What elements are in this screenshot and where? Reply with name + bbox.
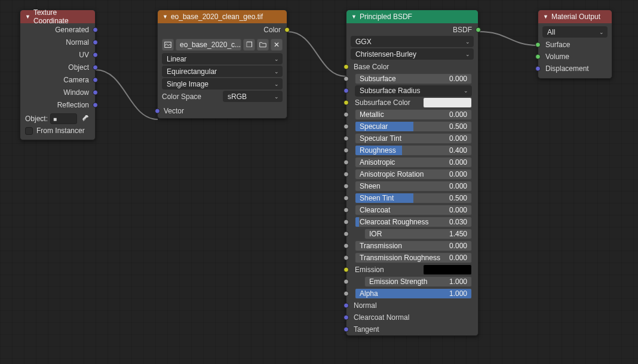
ior-slider[interactable]: IOR1.450: [364, 229, 472, 239]
socket-in-sheen-tint: [343, 196, 349, 201]
node-texture-coordinate: ▼ Texture Coordinate GeneratedNormalUVOb…: [20, 10, 96, 140]
input-subsurface-color: Subsurface Color: [346, 97, 478, 109]
socket-in-vector: [155, 109, 160, 114]
input-clearcoat-normal: Clearcoat Normal: [346, 311, 478, 323]
interpolation-dropdown[interactable]: Linear⌄: [162, 53, 283, 64]
socket-in-emission: [343, 267, 349, 273]
emission-swatch[interactable]: [423, 264, 472, 275]
image-datablock-icon[interactable]: [162, 39, 174, 51]
anisotropic-slider[interactable]: Anisotropic0.000: [355, 157, 472, 168]
collapse-icon[interactable]: ▼: [162, 14, 168, 20]
socket-in-clearcoat-normal: [343, 315, 349, 320]
subsurface-color-swatch[interactable]: [423, 97, 472, 108]
eyedropper-icon[interactable]: [79, 113, 90, 124]
output-color: Color: [158, 23, 287, 36]
node-title: Texture Coordinate: [33, 8, 90, 25]
socket-in-clearcoat-roughness: [343, 220, 349, 225]
collapse-icon[interactable]: ▼: [25, 14, 30, 20]
socket-in-tangent: [343, 327, 349, 332]
unlink-icon[interactable]: ✕: [271, 39, 283, 51]
output-generated: Generated: [20, 23, 95, 36]
target-dropdown[interactable]: All⌄: [542, 26, 608, 38]
socket-in-ior: [343, 232, 349, 237]
output-normal: Normal: [20, 36, 95, 48]
socket-in-base-color: [343, 64, 349, 70]
users-icon[interactable]: ❐: [243, 39, 255, 51]
input-roughness: Roughness0.400: [346, 144, 478, 156]
socket-in-metallic: [343, 112, 349, 118]
node-material-output: ▼ Material Output All⌄ SurfaceVolumeDisp…: [538, 10, 612, 79]
subsurface-radius-dropdown[interactable]: Subsurface Radius⌄: [355, 85, 472, 97]
socket-in-subsurface-color: [343, 100, 349, 106]
socket-in-sheen: [343, 184, 349, 189]
link-object-to-vector: [96, 70, 158, 119]
node-title: Principled BSDF: [360, 13, 412, 21]
socket-out-normal: [93, 39, 98, 45]
roughness-slider[interactable]: Roughness0.400: [355, 145, 472, 156]
input-tangent: Tangent: [346, 323, 478, 335]
socket-in-transmission: [343, 243, 349, 249]
socket-in-subsurface-radius: [343, 88, 349, 94]
socket-out-object: [93, 64, 98, 70]
node-title: Material Output: [551, 13, 600, 21]
transmission-roughness-slider[interactable]: Transmission Roughness0.000: [355, 252, 472, 263]
socket-out-color: [284, 27, 290, 32]
object-picker[interactable]: ■: [50, 113, 77, 124]
socket-out-window: [93, 90, 98, 95]
input-clearcoat: Clearcoat0.000: [346, 204, 478, 216]
input-volume: Volume: [538, 51, 612, 63]
sheen-slider[interactable]: Sheen0.000: [355, 181, 472, 192]
output-uv: UV: [20, 48, 95, 61]
node-image-texture: ▼ eo_base_2020_clean_geo.tif Color eo_ba…: [157, 10, 287, 119]
collapse-icon[interactable]: ▼: [543, 14, 548, 20]
specular-tint-slider[interactable]: Specular Tint0.000: [355, 133, 472, 144]
socket-out-bsdf: [476, 27, 481, 32]
socket-out-reflection: [93, 102, 98, 107]
socket-in-specular-tint: [343, 136, 349, 141]
anisotropic-rotation-slider[interactable]: Anisotropic Rotation0.000: [355, 169, 472, 180]
image-name-field[interactable]: eo_base_2020_c...: [176, 39, 241, 51]
subsurface-method-dropdown[interactable]: Christensen-Burley⌄: [351, 48, 474, 60]
clearcoat-slider[interactable]: Clearcoat0.000: [355, 205, 472, 215]
image-type-dropdown[interactable]: Single Image⌄: [162, 78, 283, 90]
subsurface-slider[interactable]: Subsurface0.000: [355, 73, 472, 84]
input-anisotropic-rotation: Anisotropic Rotation0.000: [346, 168, 478, 180]
node-header[interactable]: ▼ Principled BSDF: [346, 10, 478, 23]
transmission-slider[interactable]: Transmission0.000: [355, 240, 472, 251]
node-header[interactable]: ▼ Material Output: [538, 10, 612, 23]
node-header[interactable]: ▼ Texture Coordinate: [20, 10, 95, 23]
emission-strength-slider[interactable]: Emission Strength1.000: [364, 276, 472, 287]
metallic-slider[interactable]: Metallic0.000: [355, 109, 472, 120]
input-sheen-tint: Sheen Tint0.500: [346, 192, 478, 204]
input-specular-tint: Specular Tint0.000: [346, 132, 478, 144]
socket-out-uv: [93, 52, 98, 57]
open-file-icon[interactable]: [257, 39, 269, 51]
socket-in-specular: [343, 124, 349, 129]
link-bsdf-to-surface: [479, 32, 537, 45]
color-space-dropdown[interactable]: sRGB⌄: [223, 91, 283, 102]
input-surface: Surface: [538, 39, 612, 51]
input-emission: Emission: [346, 264, 478, 276]
socket-in-displacement: [535, 66, 541, 72]
input-anisotropic: Anisotropic0.000: [346, 156, 478, 168]
from-instancer-label: From Instancer: [36, 127, 85, 135]
socket-in-clearcoat: [343, 208, 349, 213]
collapse-icon[interactable]: ▼: [351, 14, 357, 20]
output-reflection: Reflection: [20, 98, 95, 111]
alpha-slider[interactable]: Alpha1.000: [355, 288, 472, 299]
color-space-label: Color Space: [162, 92, 201, 101]
from-instancer-checkbox[interactable]: [25, 127, 33, 135]
socket-in-alpha: [343, 291, 349, 297]
socket-in-normal: [343, 303, 349, 309]
socket-in-anisotropic-rotation: [343, 172, 349, 177]
specular-slider[interactable]: Specular0.500: [355, 121, 472, 132]
socket-in-emission-strength: [343, 279, 349, 285]
output-object: Object: [20, 61, 95, 73]
node-header[interactable]: ▼ eo_base_2020_clean_geo.tif: [158, 10, 287, 23]
sheen-tint-slider[interactable]: Sheen Tint0.500: [355, 193, 472, 203]
projection-dropdown[interactable]: Equirectangular⌄: [162, 66, 283, 77]
input-vector: Vector: [158, 104, 287, 118]
distribution-dropdown[interactable]: GGX⌄: [351, 36, 474, 47]
input-subsurface: Subsurface0.000: [346, 73, 478, 85]
clearcoat-roughness-slider[interactable]: Clearcoat Roughness0.030: [355, 217, 472, 227]
